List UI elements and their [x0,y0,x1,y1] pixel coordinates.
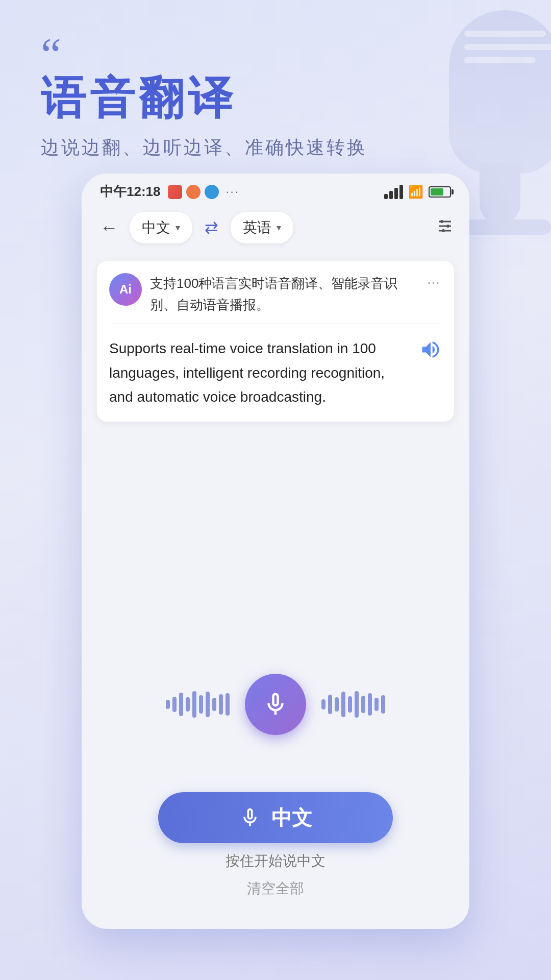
wave-bar [321,699,325,709]
wave-bar [166,700,170,709]
speaker-button[interactable] [419,338,442,363]
svg-point-1 [440,220,443,223]
wave-bar [328,695,332,714]
lang-to-label: 英语 [243,218,271,237]
wave-bar [212,698,216,711]
svg-point-5 [442,229,445,232]
wave-bar [206,692,210,717]
clear-all-button[interactable]: 清空全部 [247,879,304,898]
swap-language-button[interactable]: ⇄ [201,214,222,241]
app-icon-2 [186,185,201,199]
page-title: 语音翻译 [41,74,520,123]
record-hint-text: 按住开始说中文 [226,851,325,871]
status-time: 中午12:18 [100,183,161,201]
wave-bar [348,696,352,713]
record-btn-label: 中文 [271,804,312,832]
app-icon-weibo [168,185,182,199]
lang-to-selector[interactable]: 英语 ▾ [231,212,293,243]
message-english-text: Supports real-time voice translation in … [109,336,411,409]
status-app-icons [168,185,219,199]
message-more-button[interactable]: ··· [425,273,442,290]
mic-center-button[interactable] [245,674,306,735]
wave-bar [226,693,230,716]
bottom-area: 中文 按住开始说中文 清空全部 [82,792,469,898]
phone-mockup: 中午12:18 ··· 📶 ← 中文 ▾ [82,174,469,929]
signal-icon [384,185,403,199]
message-header: Ai 支持100种语言实时语音翻译、智能录音识别、自动语音播报。 ··· [97,261,454,324]
lang-from-arrow-icon: ▾ [176,222,180,233]
lang-to-arrow-icon: ▾ [277,222,281,233]
quote-mark: “ [41,41,520,68]
chat-area: Ai 支持100种语言实时语音翻译、智能录音识别、自动语音播报。 ··· Sup… [82,251,469,432]
wifi-icon: 📶 [408,185,423,199]
wave-bar [374,698,379,711]
waveform-left [166,691,230,718]
nav-bar: ← 中文 ▾ ⇄ 英语 ▾ [82,205,469,251]
back-button[interactable]: ← [97,214,121,241]
wave-bar [192,691,196,718]
wave-bar [179,693,183,716]
lang-from-label: 中文 [142,218,170,237]
ai-avatar: Ai [109,273,142,306]
wave-bar [172,697,177,712]
wave-bar [341,692,345,717]
svg-point-3 [446,225,449,228]
app-icon-3 [205,185,219,199]
wave-bar [186,697,190,712]
message-english-area: Supports real-time voice translation in … [97,324,454,422]
wave-bar [361,696,365,713]
wave-bar [335,697,339,712]
wave-bar [355,691,359,718]
waveform-right [321,691,385,718]
status-icons-right: 📶 [384,185,451,199]
header-section: “ 语音翻译 边说边翻、边听边译、准确快速转换 [0,0,551,181]
voice-area [82,674,469,735]
record-mic-icon [239,806,261,829]
wave-bar [368,693,372,716]
battery-icon [429,186,451,198]
lang-from-selector[interactable]: 中文 ▾ [130,212,192,243]
ai-avatar-label: Ai [119,282,132,297]
wave-bar [219,694,223,715]
message-block: Ai 支持100种语言实时语音翻译、智能录音识别、自动语音播报。 ··· Sup… [97,261,454,422]
record-button[interactable]: 中文 [158,792,393,843]
wave-bar [381,695,385,714]
message-chinese-text: 支持100种语言实时语音翻译、智能录音识别、自动语音播报。 [150,273,417,315]
settings-button[interactable] [436,217,454,239]
wave-bar [199,695,203,714]
status-dots: ··· [226,185,240,199]
page-subtitle: 边说边翻、边听边译、准确快速转换 [41,135,520,160]
